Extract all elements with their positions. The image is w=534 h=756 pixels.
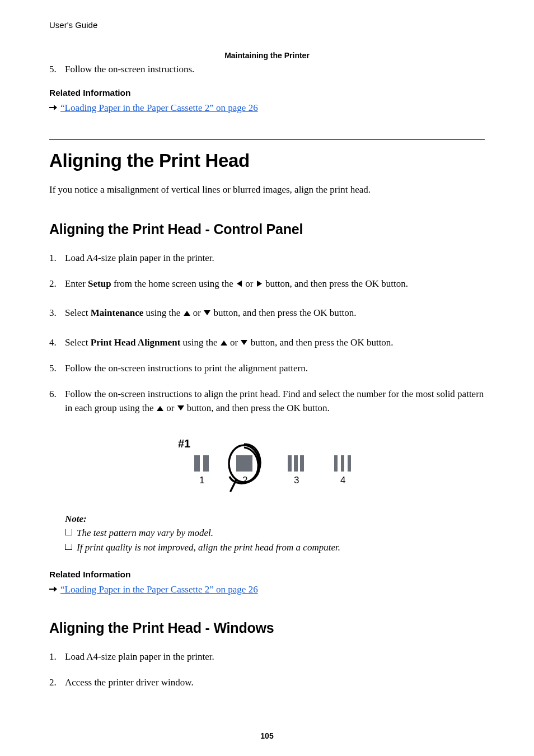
t: button, and then press the OK button. — [185, 403, 330, 413]
related-link-row: “Loading Paper in the Paper Cassette 2” … — [49, 102, 485, 114]
note-text: If print quality is not improved, align … — [77, 540, 340, 555]
arrow-right-icon — [49, 104, 57, 113]
step-5: 5. Follow the on-screen instructions. — [49, 62, 485, 77]
pattern-4: 4 — [334, 455, 351, 486]
step-number: 1. — [49, 251, 65, 265]
h2-control-panel: Aligning the Print Head - Control Panel — [49, 221, 485, 237]
pretext-steps: 5. Follow the on-screen instructions. — [49, 62, 485, 77]
triangle-up-icon — [220, 336, 228, 351]
step-text: Access the printer driver window. — [65, 675, 485, 690]
t: button, and then press the OK button. — [263, 278, 408, 289]
t: or — [228, 337, 241, 348]
step-2: 2. Enter Setup from the home screen usin… — [49, 277, 485, 292]
step-text: Select Maintenance using the or button, … — [65, 306, 485, 321]
svg-text:3: 3 — [294, 475, 299, 486]
intro-paragraph: If you notice a misalignment of vertical… — [49, 183, 485, 197]
step-number: 6. — [49, 387, 65, 416]
t: or — [164, 403, 177, 413]
figure-label: #1 — [178, 437, 190, 450]
note-block: Note: The test pattern may vary by model… — [65, 514, 485, 556]
svg-text:4: 4 — [340, 475, 345, 486]
pattern-3: 3 — [288, 455, 304, 486]
note-text: The test pattern may vary by model. — [77, 526, 213, 540]
note-title: Note: — [65, 514, 485, 525]
step-6: 6. Follow the on-screen instructions to … — [49, 387, 485, 416]
svg-text:1: 1 — [199, 475, 204, 486]
step-4: 4. Select Print Head Alignment using the… — [49, 335, 485, 351]
step-number: 3. — [49, 306, 65, 321]
step-number: 2. — [49, 675, 65, 690]
note-bullet-icon — [65, 529, 72, 535]
step-number: 2. — [49, 277, 65, 292]
t: Select — [65, 337, 91, 348]
svg-rect-6 — [288, 455, 292, 472]
triangle-up-icon — [156, 402, 164, 416]
steps-windows: 1. Load A4-size plain paper in the print… — [49, 650, 485, 689]
related-info-heading: Related Information — [49, 88, 485, 98]
t: using the — [180, 337, 219, 348]
triangle-left-icon — [236, 277, 243, 292]
note-bullet-icon — [65, 544, 72, 550]
steps-control-panel: 1. Load A4-size plain paper in the print… — [49, 251, 485, 416]
note-item-2: If print quality is not improved, align … — [65, 540, 485, 555]
h2-windows: Aligning the Print Head - Windows — [49, 620, 485, 636]
pattern-1: 1 — [194, 455, 209, 486]
header-guide: User's Guide — [49, 20, 485, 30]
step-number: 5. — [49, 361, 65, 376]
triangle-right-icon — [256, 277, 263, 292]
t: button, and then press the OK button. — [248, 337, 393, 348]
svg-rect-0 — [194, 455, 200, 472]
svg-rect-8 — [300, 455, 304, 472]
related-link[interactable]: “Loading Paper in the Paper Cassette 2” … — [60, 584, 258, 595]
t: Enter — [65, 278, 88, 289]
related-link-row: “Loading Paper in the Paper Cassette 2” … — [49, 584, 485, 595]
alignment-pattern-figure: #1 1 2 3 — [147, 433, 387, 497]
note-item-1: The test pattern may vary by model. — [65, 526, 485, 540]
related-info-heading: Related Information — [49, 570, 485, 580]
step-1: 1. Load A4-size plain paper in the print… — [49, 251, 485, 265]
svg-rect-11 — [341, 455, 344, 472]
header-section: Maintaining the Printer — [49, 51, 485, 60]
step-text: Load A4-size plain paper in the printer. — [65, 650, 485, 664]
step-text: Select Print Head Alignment using the or… — [65, 335, 485, 351]
related-link[interactable]: “Loading Paper in the Paper Cassette 2” … — [60, 102, 258, 114]
t: or — [191, 307, 204, 318]
svg-rect-1 — [203, 455, 209, 472]
step-text: Follow the on-screen instructions to pri… — [65, 361, 485, 376]
step-text: Follow the on-screen instructions to ali… — [65, 387, 485, 416]
t: button, and then press the OK button. — [211, 307, 356, 318]
svg-rect-12 — [348, 455, 351, 472]
page-number: 105 — [0, 731, 534, 740]
step-number: 1. — [49, 650, 65, 664]
t: or — [243, 278, 256, 289]
divider — [49, 139, 485, 140]
triangle-down-icon — [203, 306, 211, 321]
triangle-down-icon — [177, 402, 185, 416]
step-number: 4. — [49, 335, 65, 351]
step-number: 5. — [49, 62, 65, 77]
arrow-right-icon — [49, 585, 57, 594]
step-3: 3. Select Maintenance using the or butto… — [49, 306, 485, 321]
bold: Setup — [88, 278, 111, 289]
t: from the home screen using the — [111, 278, 236, 289]
bold: Print Head Alignment — [91, 337, 181, 348]
step-5: 5. Follow the on-screen instructions to … — [49, 361, 485, 376]
triangle-down-icon — [240, 336, 248, 351]
t: Select — [65, 307, 91, 318]
svg-rect-10 — [334, 455, 338, 472]
step-1: 1. Load A4-size plain paper in the print… — [49, 650, 485, 664]
step-text: Load A4-size plain paper in the printer. — [65, 251, 485, 265]
h1-aligning: Aligning the Print Head — [49, 150, 485, 171]
svg-rect-3 — [236, 455, 252, 472]
step-text: Follow the on-screen instructions. — [65, 62, 485, 77]
page: User's Guide Maintaining the Printer 5. … — [0, 0, 534, 756]
svg-rect-7 — [294, 455, 298, 472]
triangle-up-icon — [183, 306, 191, 321]
bold: Maintenance — [91, 307, 143, 318]
t: using the — [143, 307, 182, 318]
step-text: Enter Setup from the home screen using t… — [65, 277, 485, 292]
step-2: 2. Access the printer driver window. — [49, 675, 485, 690]
pattern-2: 2 — [229, 444, 260, 491]
